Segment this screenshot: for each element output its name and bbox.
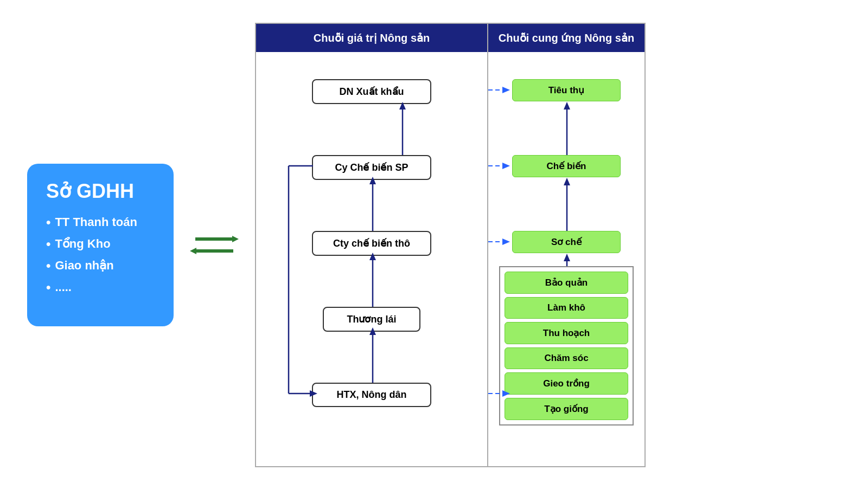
node-tieu-thu: Tiêu thụ (512, 79, 621, 101)
svg-marker-1 (232, 236, 239, 242)
double-arrow-icon (190, 231, 239, 259)
so-gdhh-box: Sở GDHH TT Thanh toán Tổng Kho Giao nhận… (27, 164, 174, 326)
so-gdhh-list: TT Thanh toán Tổng Kho Giao nhận ..... (46, 215, 155, 295)
list-item-dots: ..... (46, 280, 155, 295)
chain-cung-ung-body: Tiêu thụ Chế biến Sơ chế Bảo quản (488, 52, 644, 466)
chain-gia-tri-panel: Chuỗi giá trị Nông sản DN Xuất khẩu Cy C… (255, 23, 488, 467)
chain-gia-tri-header: Chuỗi giá trị Nông sản (256, 24, 487, 52)
node-dn-xuat-khau: DN Xuất khẩu (312, 79, 431, 104)
svg-marker-21 (564, 102, 570, 109)
node-che-bien: Chế biến (512, 155, 621, 177)
list-item-tt: TT Thanh toán (46, 215, 155, 230)
node-cy-che-bien-sp: Cy Chế biến SP (312, 155, 431, 180)
arrow-connector (190, 231, 239, 259)
node-thuong-lai: Thương lái (323, 307, 420, 332)
node-tao-giong: Tạo giống (505, 398, 628, 420)
inner-box: Bảo quản Làm khô Thu hoạch Chăm sóc (499, 266, 634, 425)
svg-marker-17 (564, 254, 570, 261)
node-cham-soc: Chăm sóc (505, 347, 628, 369)
list-item-giao: Giao nhận (46, 258, 155, 273)
node-cty-che-bien-tho: Cty chế biến thô (312, 231, 431, 256)
chain-cung-ung-header: Chuỗi cung ứng Nông sản (488, 24, 644, 52)
svg-marker-19 (564, 178, 570, 185)
chain-gia-tri-body: DN Xuất khẩu Cy Chế biến SP Cty chế biến… (256, 52, 487, 466)
main-container: Sở GDHH TT Thanh toán Tổng Kho Giao nhận… (27, 12, 841, 478)
node-so-che: Sơ chế (512, 231, 621, 253)
node-htx-nong-dan: HTX, Nông dân (312, 383, 431, 407)
node-gieo-trong: Gieo trồng (505, 372, 628, 395)
node-bao-quan: Bảo quản (505, 272, 628, 294)
chain-cung-ung-panel: Chuỗi cung ứng Nông sản Tiêu thụ Chế biế… (488, 23, 646, 467)
diagram-area: Chuỗi giá trị Nông sản DN Xuất khẩu Cy C… (255, 23, 646, 467)
node-lam-kho: Làm khô (505, 297, 628, 319)
svg-marker-3 (190, 248, 196, 254)
so-gdhh-title: Sở GDHH (46, 180, 155, 203)
node-thu-hoach: Thu hoạch (505, 322, 628, 344)
list-item-kho: Tổng Kho (46, 236, 155, 252)
